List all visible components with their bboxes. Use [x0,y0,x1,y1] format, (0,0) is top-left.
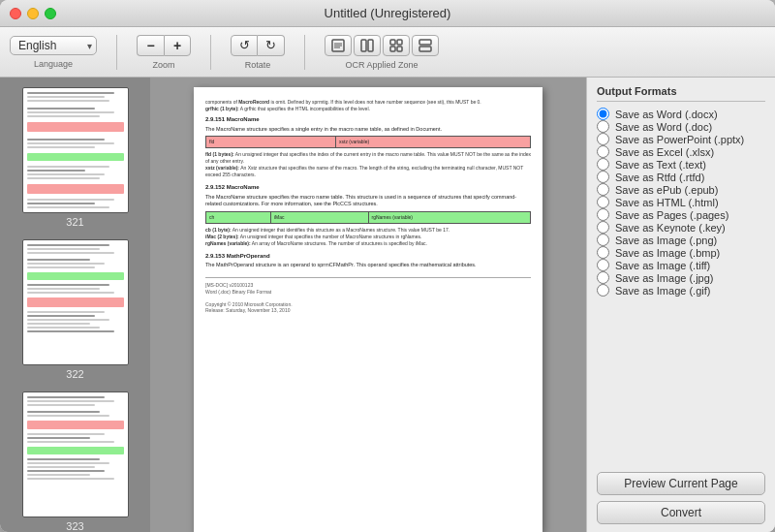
format-radio-xlsx[interactable] [597,145,609,158]
format-radio-html[interactable] [597,196,609,208]
ocr-controls [325,35,439,56]
zoom-group: − + Zoom [137,35,191,70]
language-group: English Language [10,36,97,69]
format-label-gif: Save as Image (.gif) [615,285,710,297]
format-label-html: Save as HTML (.html) [615,197,719,208]
doc-page: components of MacroRecord is omit. Defin… [194,87,542,532]
svg-rect-5 [368,40,373,51]
page-thumbnail-323[interactable]: 323 [20,390,131,532]
page-thumbnail-322[interactable]: 322 [20,237,131,382]
language-select[interactable]: English [10,36,97,55]
rotate-left-button[interactable]: ↺ [231,35,258,56]
main-content: 321 [0,78,775,532]
doc-footer: [MS-DOC] v20100123 Word (.doc) Binary Fi… [205,277,531,314]
zoom-out-button[interactable]: − [137,35,164,56]
format-radio-gif[interactable] [597,284,609,297]
format-option-doc[interactable]: Save as Word (.doc) [597,120,765,133]
svg-rect-7 [397,40,402,45]
sidebar[interactable]: 321 [0,78,150,532]
doc-section-1: components of MacroRecord is omit. Defin… [205,99,531,178]
minimize-button[interactable] [27,8,39,19]
page-thumb-img-322 [22,239,129,365]
main-window: Untitled (Unregistered) English Language… [0,0,775,532]
format-option-html[interactable]: Save as HTML (.html) [597,196,765,208]
format-radio-text[interactable] [597,158,609,171]
preview-current-page-button[interactable]: Preview Current Page [597,472,765,495]
format-option-pages[interactable]: Save as Pages (.pages) [597,208,765,221]
svg-rect-4 [361,40,366,51]
thumb-lines-322 [23,240,128,336]
format-radio-pages[interactable] [597,208,609,221]
format-option-xlsx[interactable]: Save as Excel (.xlsx) [597,145,765,158]
titlebar: Untitled (Unregistered) [0,0,775,27]
format-radio-epub[interactable] [597,183,609,196]
format-label-key: Save as Keynote (.key) [615,222,726,234]
separator-2 [210,35,211,70]
format-option-bmp[interactable]: Save as Image (.bmp) [597,246,765,259]
ocr-btn-1[interactable] [325,35,352,56]
ocr-btn-2[interactable] [354,35,381,56]
page-thumb-img-321 [22,87,129,213]
page-thumb-img-323 [22,391,129,517]
ocr-btn-3[interactable] [383,35,410,56]
format-option-jpg[interactable]: Save as Image (.jpg) [597,271,765,284]
format-radio-pptx[interactable] [597,133,609,145]
format-option-gif[interactable]: Save as Image (.gif) [597,284,765,297]
page-label-321: 321 [66,216,83,228]
rotate-group: ↺ ↻ Rotate [231,35,285,70]
format-option-tiff[interactable]: Save as Image (.tiff) [597,259,765,271]
doc-viewer[interactable]: components of MacroRecord is omit. Defin… [150,78,586,532]
ocr-group: OCR Applied Zone [325,35,439,70]
format-option-docx[interactable]: Save as Word (.docx) [597,108,765,120]
format-label-xlsx: Save as Excel (.xlsx) [615,146,714,158]
zoom-in-button[interactable]: + [164,35,191,56]
doc-table-1: fld xstz (variable) [205,136,531,148]
toolbar: English Language − + Zoom ↺ ↻ Rotate [0,27,775,78]
separator-3 [304,35,305,70]
doc-table1-desc: fld (1 bytes): An unsigned integer that … [205,151,531,178]
svg-rect-11 [419,47,431,51]
format-label-png: Save as Image (.png) [615,235,717,246]
close-button[interactable] [10,8,21,19]
format-radio-bmp[interactable] [597,246,609,259]
format-radio-key[interactable] [597,221,609,234]
convert-button[interactable]: Convert [597,501,765,524]
format-radio-tiff[interactable] [597,259,609,271]
doc-text-3: The MathPrOperand structure is an operan… [205,262,531,269]
page-label-323: 323 [66,520,83,532]
page-label-322: 322 [66,368,83,380]
format-radio-png[interactable] [597,234,609,246]
doc-intro-text: components of MacroRecord is omit. Defin… [205,99,531,112]
zoom-controls: − + [137,35,191,56]
page-thumbnail-321[interactable]: 321 [20,85,131,230]
language-select-wrapper[interactable]: English [10,36,97,55]
format-option-epub[interactable]: Save as ePub (.epub) [597,183,765,196]
format-label-tiff: Save as Image (.tiff) [615,260,710,271]
rotate-label: Rotate [245,60,271,70]
format-label-pptx: Save as PowerPoint (.pptx) [615,134,744,145]
format-radio-jpg[interactable] [597,271,609,284]
rotate-right-button[interactable]: ↻ [258,35,285,56]
format-option-rtfd[interactable]: Save as Rtfd (.rtfd) [597,171,765,183]
doc-text-1: The MacroName structure specifies a sing… [205,126,531,134]
format-radio-doc[interactable] [597,120,609,133]
format-radio-docx[interactable] [597,108,609,120]
format-option-pptx[interactable]: Save as PowerPoint (.pptx) [597,133,765,145]
output-panel-title: Output Formats [597,85,765,102]
separator-1 [116,35,117,70]
doc-section-3: 2.9.153 MathPrOperand The MathPrOperand … [205,253,531,269]
format-radio-rtfd[interactable] [597,171,609,183]
format-option-png[interactable]: Save as Image (.png) [597,234,765,246]
traffic-lights [10,8,56,19]
doc-heading-1: 2.9.151 MacroName [205,116,531,124]
maximize-button[interactable] [45,8,56,19]
ocr-btn-4[interactable] [412,35,439,56]
zoom-label: Zoom [152,60,174,70]
output-panel: Output Formats Save as Word (.docx)Save … [586,78,775,532]
format-option-text[interactable]: Save as Text (.text) [597,158,765,171]
rotate-controls: ↺ ↻ [231,35,285,56]
format-options-container: Save as Word (.docx)Save as Word (.doc)S… [597,108,765,297]
thumb-lines-323 [23,392,128,484]
format-option-key[interactable]: Save as Keynote (.key) [597,221,765,234]
format-label-jpg: Save as Image (.jpg) [615,272,714,284]
